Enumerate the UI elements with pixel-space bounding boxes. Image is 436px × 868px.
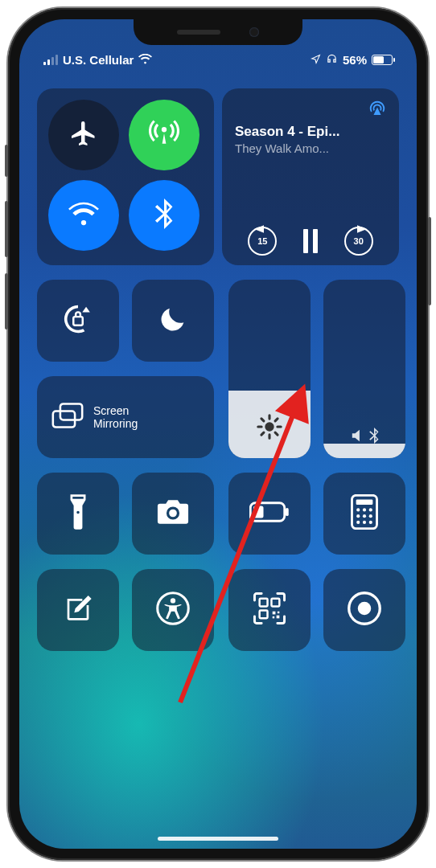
media-subtitle: They Walk Amo... [235,141,386,155]
svg-point-13 [363,514,366,518]
svg-point-16 [363,521,366,524]
svg-point-14 [369,514,372,518]
control-center-content: Season 4 - Epi... They Walk Amo... 15 30 [37,88,399,821]
low-power-mode-toggle[interactable] [228,473,311,555]
svg-rect-0 [73,317,83,326]
play-pause-button[interactable] [303,229,318,253]
volume-slider[interactable] [323,280,405,458]
svg-rect-6 [253,506,264,518]
screen-mirroring-icon [51,402,84,432]
svg-point-15 [356,521,360,524]
camera-button[interactable] [132,473,214,555]
media-title: Season 4 - Epi... [235,124,386,140]
svg-rect-26 [277,616,280,619]
iphone-device-frame: U.S. Cellular 56% [8,8,428,860]
screen-record-icon [347,591,382,629]
calculator-button[interactable] [323,473,405,555]
headphones-icon [326,53,338,67]
home-indicator[interactable] [158,837,278,841]
bluetooth-toggle[interactable] [129,180,199,251]
low-power-icon [249,502,290,526]
moon-icon [157,303,189,338]
flashlight-button[interactable] [37,473,119,555]
media-panel[interactable]: Season 4 - Epi... They Walk Amo... 15 30 [222,88,399,265]
location-icon [311,53,321,67]
seek-back-label: 15 [257,236,267,246]
new-note-button[interactable] [37,569,119,651]
accessibility-icon [155,591,191,629]
volume-up-physical [5,201,8,257]
cellular-signal-icon [43,55,58,65]
compose-icon [62,592,94,628]
status-bar: U.S. Cellular 56% [19,53,417,67]
wifi-icon [138,53,152,67]
volume-down-physical [5,273,8,330]
svg-rect-22 [260,610,268,618]
svg-rect-5 [286,508,289,516]
svg-rect-24 [278,612,279,613]
cellular-antenna-icon [149,118,179,152]
svg-rect-23 [273,612,276,615]
orientation-lock-toggle[interactable] [37,280,119,362]
svg-point-9 [356,508,360,511]
carrier-label: U.S. Cellular [63,53,134,67]
battery-percent-label: 56% [343,53,367,67]
airplane-mode-toggle[interactable] [48,100,119,170]
screen-mirroring-label: Screen Mirroring [93,404,138,430]
airplane-icon [69,119,98,151]
svg-rect-21 [271,599,279,607]
svg-point-11 [369,508,372,511]
wifi-icon [68,202,99,229]
svg-rect-8 [356,499,373,504]
screen-mirroring-button[interactable]: Screen Mirroring [37,376,214,458]
svg-rect-25 [273,616,274,618]
orientation-lock-icon [60,301,97,341]
screen-record-button[interactable] [323,569,405,651]
airplay-icon[interactable] [368,100,386,119]
notch [134,19,302,45]
do-not-disturb-toggle[interactable] [132,280,214,362]
seek-back-button[interactable]: 15 [248,227,277,256]
svg-point-10 [363,508,366,511]
ring-switch [5,145,8,177]
connectivity-panel[interactable] [37,88,214,265]
flashlight-icon [67,493,89,534]
camera-icon [155,497,191,530]
cellular-data-toggle[interactable] [129,100,199,170]
brightness-slider[interactable] [228,280,311,458]
volume-bluetooth-icon [350,428,379,444]
svg-point-19 [171,598,175,603]
battery-icon [372,55,393,65]
qr-code-scanner-button[interactable] [228,569,311,651]
seek-forward-button[interactable]: 30 [344,227,373,256]
side-button-physical [428,217,431,305]
calculator-icon [351,494,378,533]
qr-code-icon [253,592,286,628]
svg-point-17 [369,521,372,524]
svg-rect-20 [260,599,268,607]
seek-fwd-label: 30 [354,236,364,246]
svg-point-3 [265,422,274,431]
brightness-icon [256,413,283,444]
bluetooth-icon [154,199,174,232]
accessibility-shortcut-button[interactable] [132,569,214,651]
control-center: U.S. Cellular 56% [19,19,417,849]
earpiece [177,30,220,35]
svg-point-12 [356,514,360,518]
wifi-toggle[interactable] [48,180,119,251]
front-camera [249,27,259,37]
svg-point-28 [358,602,372,616]
